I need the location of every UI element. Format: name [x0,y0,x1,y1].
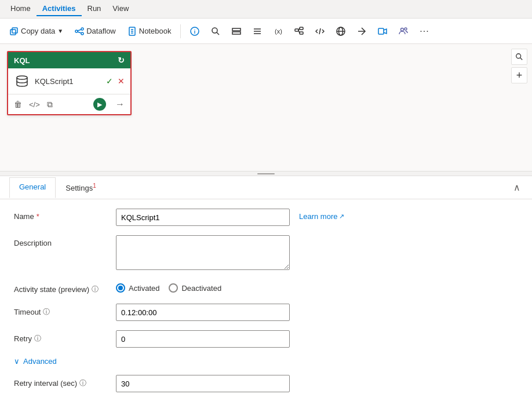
check-icon[interactable]: ✓ [106,76,113,86]
more-button[interactable]: ··· [415,22,433,41]
name-input[interactable] [116,209,290,226]
search-toolbar-button[interactable] [206,22,225,41]
canvas-controls: + [511,49,527,83]
dataflow-button[interactable]: Dataflow [70,22,121,41]
timeout-input-container [116,304,290,321]
pipeline-view-icon [232,27,241,36]
globe-button[interactable] [331,22,350,41]
variable-icon: (x) [275,28,282,35]
svg-text:i: i [194,29,196,35]
svg-rect-0 [10,30,16,35]
canvas-zoom-in-button[interactable]: + [511,67,527,83]
notebook-button[interactable]: Notebook [123,22,176,41]
toolbar-separator [180,24,181,38]
deactivated-radio[interactable]: Deactivated [169,283,221,293]
svg-point-32 [405,28,407,30]
kql-icon [15,74,29,88]
svg-point-33 [17,76,27,79]
code-icon [315,27,325,36]
activated-radio[interactable]: Activated [116,283,159,293]
info-button[interactable]: i [185,22,204,41]
pipeline-view-button[interactable] [227,22,246,41]
connect-button[interactable] [290,22,308,41]
tabs-left: General Settings1 [9,177,106,197]
canvas-search-icon [515,53,523,61]
copy-button[interactable]: ⧉ [47,100,53,110]
learn-more-link[interactable]: Learn more ↗ [299,209,344,221]
activity-node: KQL ↻ KQLScript1 ✓ ✕ 🗑 < [7,51,132,115]
name-label: Name * [14,209,107,221]
code-editor-button[interactable]: </> [29,100,40,109]
dataflow-icon [75,27,84,36]
description-input-container [116,235,290,272]
canvas-search-button[interactable] [511,49,527,65]
svg-rect-1 [12,28,17,33]
activated-radio-circle [116,283,125,293]
expand-arrow-icon[interactable]: → [115,99,125,110]
menu-item-activities[interactable]: Activities [37,2,82,16]
retry-interval-row: Retry interval (sec) ⓘ [14,375,518,392]
description-input[interactable] [116,235,290,270]
notebook-icon [127,27,137,36]
svg-rect-30 [378,28,384,34]
go-button[interactable]: ▶ [93,98,106,111]
name-row: Name * Learn more ↗ [14,209,518,226]
list-view-icon [253,27,262,36]
retry-interval-label: Retry interval (sec) ⓘ [14,375,107,388]
svg-line-35 [520,58,523,60]
tab-general[interactable]: General [9,177,56,198]
properties-tabs: General Settings1 ∧ [0,176,532,199]
dropdown-chevron-icon: ▼ [57,28,63,34]
retry-input[interactable] [116,330,290,348]
activity-name: KQLScript1 [35,77,101,86]
activity-body: KQLScript1 ✓ ✕ [8,68,130,94]
svg-point-3 [81,28,83,30]
copy-data-button[interactable]: Copy data ▼ [5,22,68,41]
panel-collapse-button[interactable]: ∧ [511,180,523,195]
activity-state-label: Activity state (preview) ⓘ [14,281,107,294]
tab-settings[interactable]: Settings1 [56,177,106,197]
list-view-button[interactable] [248,22,267,41]
copy-data-icon [9,27,19,36]
svg-rect-21 [300,27,303,30]
activity-state-info-icon[interactable]: ⓘ [92,284,99,294]
timeout-info-icon[interactable]: ⓘ [43,307,50,317]
delete-button[interactable]: 🗑 [14,100,22,109]
svg-rect-22 [300,32,303,34]
canvas-area: KQL ↻ KQLScript1 ✓ ✕ 🗑 < [0,44,532,172]
timeout-label: Timeout ⓘ [14,304,107,317]
toolbar: Copy data ▼ Dataflow Notebook i (x) [0,19,532,44]
svg-rect-20 [295,29,298,31]
activity-db-icon [14,73,30,89]
menu-item-home[interactable]: Home [5,2,37,16]
outlook-button[interactable] [373,22,392,41]
retry-interval-input[interactable] [116,375,290,392]
timeout-row: Timeout ⓘ [14,304,518,321]
activity-refresh-icon[interactable]: ↻ [118,56,125,65]
svg-point-2 [75,30,78,32]
export-button[interactable] [352,22,371,41]
activity-header-actions: ↻ [118,56,125,65]
timeout-input[interactable] [116,304,290,321]
retry-interval-input-container [116,375,290,392]
menu-item-view[interactable]: View [107,2,134,16]
retry-info-icon[interactable]: ⓘ [34,334,41,344]
svg-rect-15 [232,28,241,31]
collapse-bar[interactable] [0,172,532,176]
close-icon[interactable]: ✕ [118,76,125,86]
variable-button[interactable]: (x) [269,22,287,41]
code-button[interactable] [311,22,329,41]
retry-label: Retry ⓘ [14,330,107,344]
svg-point-4 [81,32,83,35]
retry-input-container [116,330,290,348]
teams-icon [399,27,408,36]
menu-item-run[interactable]: Run [82,2,107,16]
retry-interval-info-icon[interactable]: ⓘ [79,378,86,388]
outlook-icon [378,27,387,36]
svg-line-14 [217,32,219,35]
external-link-icon: ↗ [339,213,344,220]
retry-row: Retry ⓘ [14,330,518,348]
svg-line-25 [319,28,320,34]
advanced-toggle[interactable]: ∨ Advanced [14,357,518,366]
teams-button[interactable] [394,22,413,41]
